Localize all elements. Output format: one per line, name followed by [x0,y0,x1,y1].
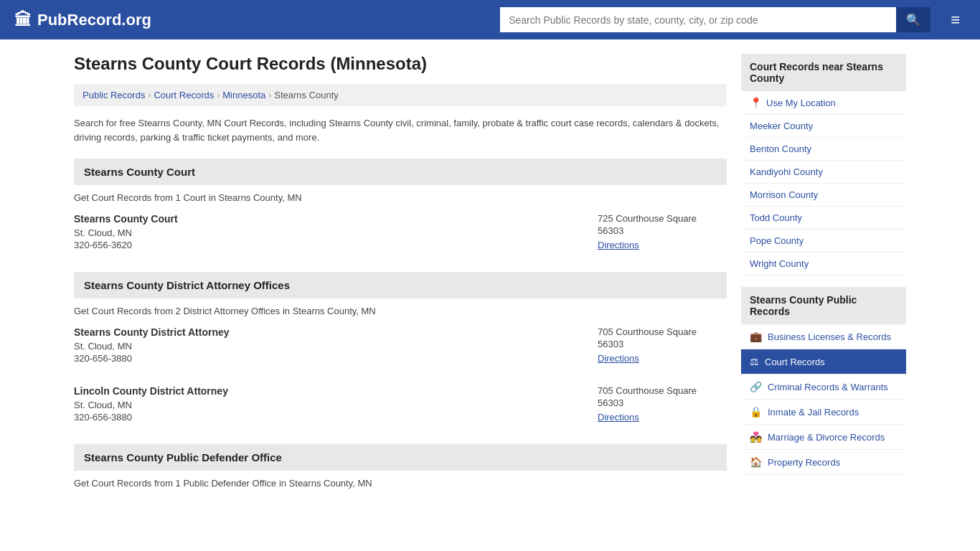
sidebar-item-kandiyohi[interactable]: Kandiyohi County [741,161,906,184]
business-link[interactable]: Business Licenses & Records [768,331,891,342]
criminal-icon: 🔗 [750,381,762,392]
court-icon: ⚖ [750,356,759,367]
sidebar: Court Records near Stearns County 📍 Use … [741,54,906,503]
section-da: Stearns County District Attorney Offices… [74,272,727,430]
record-name-da-2: Lincoln County District Attorney [74,385,228,397]
main-content: Stearns County Court Records (Minnesota)… [74,54,727,503]
use-location-link[interactable]: Use My Location [766,98,836,108]
record-zip: 56303 [598,225,727,236]
marriage-link[interactable]: Marriage & Divorce Records [768,432,885,443]
sidebar-item-meeker[interactable]: Meeker County [741,115,906,138]
record-right: 725 Courthouse Square 56303 Directions [598,213,727,250]
sidebar-use-location[interactable]: 📍 Use My Location [741,91,906,115]
record-city: St. Cloud, MN [74,227,178,238]
record-address-da-1: 705 Courthouse Square [598,326,727,337]
record-phone-da-2: 320-656-3880 [74,412,228,423]
directions-link-da-1[interactable]: Directions [598,353,639,364]
record-right-da-2: 705 Courthouse Square 56303 Directions [598,385,727,423]
record-left-da-2: Lincoln County District Attorney St. Clo… [74,385,228,423]
search-icon: 🔍 [906,14,920,26]
section-header-pd: Stearns County Public Defender Office [74,444,727,471]
record-entry-court-1: Stearns County Court St. Cloud, MN 320-6… [74,213,727,258]
property-link[interactable]: Property Records [768,457,840,468]
breadcrumb: Public Records › Court Records › Minneso… [74,84,727,106]
search-button[interactable]: 🔍 [896,7,930,32]
sidebar-item-todd[interactable]: Todd County [741,207,906,230]
sidebar-record-marriage[interactable]: 💑 Marriage & Divorce Records [741,425,906,450]
sidebar-item-morrison[interactable]: Morrison County [741,184,906,207]
criminal-link[interactable]: Criminal Records & Warrants [768,382,888,392]
record-entry-da-1: Stearns County District Attorney St. Clo… [74,326,727,371]
record-name: Stearns County Court [74,213,178,225]
breadcrumb-sep-2: › [217,90,220,100]
page-description: Search for free Stearns County, MN Court… [74,116,727,144]
section-desc-pd: Get Court Records from 1 Public Defender… [74,478,727,489]
record-zip-da-1: 56303 [598,339,727,349]
record-left-da-1: Stearns County District Attorney St. Clo… [74,326,230,364]
breadcrumb-link-court-records[interactable]: Court Records [154,90,214,100]
breadcrumb-sep-3: › [268,90,271,100]
sidebar-record-business[interactable]: 💼 Business Licenses & Records [741,324,906,349]
section-pd: Stearns County Public Defender Office Ge… [74,444,727,489]
record-address: 725 Courthouse Square [598,213,727,224]
directions-link-court-1[interactable]: Directions [598,240,639,250]
section-court: Stearns County Court Get Court Records f… [74,159,727,258]
breadcrumb-sep-1: › [148,90,151,100]
search-bar: 🔍 [500,7,930,32]
record-phone-da-1: 320-656-3880 [74,353,230,364]
sidebar-record-inmate[interactable]: 🔒 Inmate & Jail Records [741,400,906,425]
sidebar-record-court[interactable]: ⚖ Court Records [741,349,906,375]
record-city-da-2: St. Cloud, MN [74,400,228,410]
logo-text: PubRecord.org [37,11,151,29]
sidebar-item-pope[interactable]: Pope County [741,230,906,253]
marriage-icon: 💑 [750,431,762,443]
inmate-icon: 🔒 [750,406,762,418]
section-desc-court: Get Court Records from 1 Court in Stearn… [74,192,727,203]
record-city-da-1: St. Cloud, MN [74,341,230,352]
hamburger-icon: ≡ [951,11,960,29]
page-title: Stearns County Court Records (Minnesota) [74,54,727,74]
section-desc-da: Get Court Records from 2 District Attorn… [74,306,727,316]
sidebar-records-list: 💼 Business Licenses & Records ⚖ Court Re… [741,324,906,475]
inmate-link[interactable]: Inmate & Jail Records [768,407,859,418]
record-left: Stearns County Court St. Cloud, MN 320-6… [74,213,178,250]
record-entry-da-2: Lincoln County District Attorney St. Clo… [74,385,727,430]
record-right-da-1: 705 Courthouse Square 56303 Directions [598,326,727,364]
section-header-court: Stearns County Court [74,159,727,185]
property-icon: 🏠 [750,456,762,468]
sidebar-item-wright[interactable]: Wright County [741,253,906,276]
sidebar-record-criminal[interactable]: 🔗 Criminal Records & Warrants [741,375,906,400]
sidebar-public-records-header: Stearns County Public Records [741,287,906,324]
logo-icon: 🏛 [14,10,32,30]
search-input[interactable] [500,7,896,32]
sidebar-nearby-list: 📍 Use My Location Meeker County Benton C… [741,91,906,276]
location-icon: 📍 [750,97,762,108]
sidebar-item-benton[interactable]: Benton County [741,138,906,161]
site-header: 🏛 PubRecord.org 🔍 ≡ [0,0,980,39]
sidebar-record-property[interactable]: 🏠 Property Records [741,450,906,475]
hamburger-button[interactable]: ≡ [945,8,966,32]
record-name-da-1: Stearns County District Attorney [74,326,230,338]
sidebar-nearby-header: Court Records near Stearns County [741,54,906,91]
page-wrapper: Stearns County Court Records (Minnesota)… [60,39,920,517]
directions-link-da-2[interactable]: Directions [598,412,639,423]
business-icon: 💼 [750,331,762,342]
record-zip-da-2: 56303 [598,397,727,408]
record-address-da-2: 705 Courthouse Square [598,385,727,396]
court-link[interactable]: Court Records [765,357,825,367]
breadcrumb-current: Stearns County [274,90,339,100]
section-header-da: Stearns County District Attorney Offices [74,272,727,298]
site-logo[interactable]: 🏛 PubRecord.org [14,10,151,30]
record-phone: 320-656-3620 [74,240,178,250]
breadcrumb-link-public-records[interactable]: Public Records [83,90,145,100]
breadcrumb-link-minnesota[interactable]: Minnesota [222,90,265,100]
